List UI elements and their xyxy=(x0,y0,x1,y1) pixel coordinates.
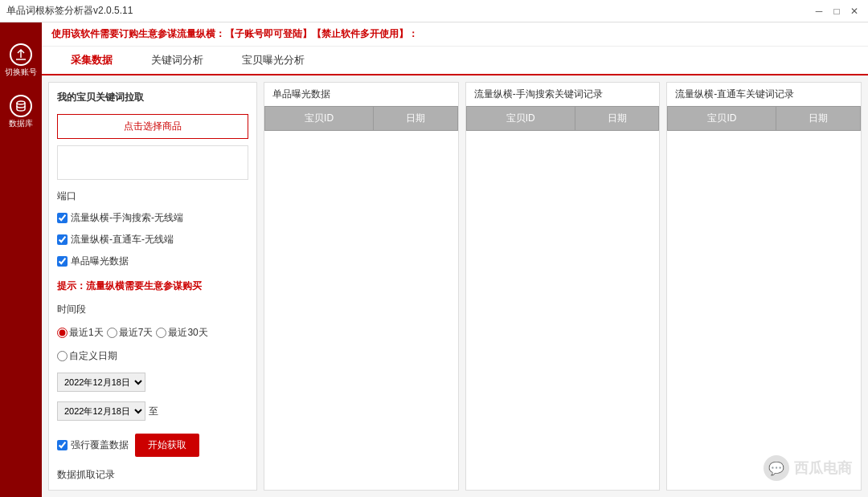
checkbox-exposure-input[interactable] xyxy=(57,256,68,267)
close-button[interactable]: ✕ xyxy=(847,4,862,18)
app-container: 切换账号 数据库 使用该软件需要订购生意参谋流量纵横：【子账号即可登陆】【禁止软… xyxy=(0,22,868,497)
switch-account-label: 切换账号 xyxy=(5,67,37,77)
panel-exposure: 单品曝光数据 宝贝ID 日期 xyxy=(264,82,459,491)
radio-group-custom: 自定义日期 xyxy=(57,349,248,363)
panel-mobile-search-title: 流量纵横-手淘搜索关键词记录 xyxy=(466,83,660,106)
checkbox-direct-car: 流量纵横-直通车-无线端 xyxy=(57,233,248,246)
time-label: 时间段 xyxy=(57,303,248,316)
titlebar: 单品词根标签分析器v2.0.5.11 ─ □ ✕ xyxy=(0,0,868,22)
exposure-table: 宝贝ID 日期 xyxy=(264,106,458,131)
checkbox-direct-car-label: 流量纵横-直通车-无线端 xyxy=(71,233,174,246)
radio-30day: 最近30天 xyxy=(156,326,207,340)
tab-collect-label: 采集数据 xyxy=(71,54,113,66)
mobile-col-date: 日期 xyxy=(575,107,659,131)
direct-col-id: 宝贝ID xyxy=(668,107,776,131)
database-icon xyxy=(10,95,32,117)
mobile-col-id: 宝贝ID xyxy=(466,107,575,131)
radio-30day-input[interactable] xyxy=(156,328,166,338)
switch-account-button[interactable]: 切换账号 xyxy=(2,39,40,82)
checkbox-direct-car-input[interactable] xyxy=(57,234,68,245)
force-cover-container: 强行覆盖数据 xyxy=(57,438,129,452)
tab-exposure-label: 宝贝曝光分析 xyxy=(242,54,305,66)
direct-col-date: 日期 xyxy=(776,107,861,131)
fetch-button[interactable]: 开始获取 xyxy=(135,434,199,457)
radio-1day-label: 最近1天 xyxy=(69,326,104,340)
watermark-text: 西瓜电商 xyxy=(794,458,852,478)
bottom-actions: 强行覆盖数据 开始获取 xyxy=(57,434,248,457)
radio-7day: 最近7天 xyxy=(107,326,154,340)
date-to-row: 2022年12月18日 至 xyxy=(57,401,248,421)
exposure-col-id: 宝贝ID xyxy=(265,107,374,131)
date-from-select[interactable]: 2022年12月18日 xyxy=(57,373,145,392)
force-cover-label: 强行覆盖数据 xyxy=(71,438,129,452)
direct-train-table: 宝贝ID 日期 xyxy=(667,106,861,131)
tab-collect[interactable]: 采集数据 xyxy=(51,47,132,74)
app-title: 单品词根标签分析器v2.0.5.11 xyxy=(6,4,133,18)
checkbox-exposure-label: 单品曝光数据 xyxy=(71,255,129,268)
database-label: 数据库 xyxy=(9,119,33,128)
date-from-row: 2022年12月18日 xyxy=(57,373,248,392)
database-button[interactable]: 数据库 xyxy=(6,90,36,133)
window-controls: ─ □ ✕ xyxy=(812,4,862,18)
date-to-label: 至 xyxy=(149,405,158,418)
main-panels: 我的宝贝关键词拉取 点击选择商品 端口 流量纵横-手淘搜索-无线端 流量纵横-直… xyxy=(42,75,868,497)
minimize-button[interactable]: ─ xyxy=(812,4,826,18)
left-panel: 我的宝贝关键词拉取 点击选择商品 端口 流量纵横-手淘搜索-无线端 流量纵横-直… xyxy=(48,82,257,491)
checkbox-exposure: 单品曝光数据 xyxy=(57,255,248,268)
switch-account-icon xyxy=(10,43,32,66)
exposure-col-date: 日期 xyxy=(374,107,458,131)
prompt-text: 提示：流量纵横需要生意参谋购买 xyxy=(57,279,248,293)
keyword-list-area[interactable] xyxy=(57,145,248,180)
mobile-search-table: 宝贝ID 日期 xyxy=(466,106,660,131)
panel-exposure-title: 单品曝光数据 xyxy=(264,83,458,106)
radio-1day: 最近1天 xyxy=(57,326,104,340)
date-to-select[interactable]: 2022年12月18日 xyxy=(57,401,145,421)
watermark: 💬 西瓜电商 xyxy=(764,455,852,481)
panel-direct-train-title: 流量纵横-直通车关键词记录 xyxy=(667,83,861,106)
watermark-icon: 💬 xyxy=(764,455,789,481)
checkbox-mobile-search: 流量纵横-手淘搜索-无线端 xyxy=(57,211,248,225)
tab-keyword-label: 关键词分析 xyxy=(151,54,203,66)
select-product-button[interactable]: 点击选择商品 xyxy=(57,114,248,139)
force-cover-checkbox[interactable] xyxy=(57,440,68,450)
radio-30day-label: 最近30天 xyxy=(168,326,207,340)
radio-custom: 自定义日期 xyxy=(57,349,117,363)
radio-7day-input[interactable] xyxy=(107,328,117,338)
log-label: 数据抓取记录 xyxy=(57,468,248,482)
svg-point-0 xyxy=(17,101,25,104)
tab-exposure[interactable]: 宝贝曝光分析 xyxy=(223,47,324,74)
notice-text: 使用该软件需要订购生意参谋流量纵横：【子账号即可登陆】【禁止软件多开使用】： xyxy=(51,28,418,39)
sidebar: 切换账号 数据库 xyxy=(0,22,42,497)
tab-keyword[interactable]: 关键词分析 xyxy=(132,47,223,74)
checkbox-mobile-search-label: 流量纵横-手淘搜索-无线端 xyxy=(71,211,183,225)
content-area: 使用该软件需要订购生意参谋流量纵横：【子账号即可登陆】【禁止软件多开使用】： 采… xyxy=(42,22,868,497)
radio-7day-label: 最近7天 xyxy=(119,326,154,340)
radio-custom-input[interactable] xyxy=(57,351,68,361)
panel-mobile-search: 流量纵横-手淘搜索关键词记录 宝贝ID 日期 xyxy=(465,82,661,491)
radio-1day-input[interactable] xyxy=(57,328,68,338)
endpoint-label: 端口 xyxy=(57,189,248,203)
maximize-button[interactable]: □ xyxy=(829,4,844,18)
keyword-section-title: 我的宝贝关键词拉取 xyxy=(57,91,248,104)
tab-bar: 采集数据 关键词分析 宝贝曝光分析 xyxy=(42,47,868,75)
radio-group: 最近1天 最近7天 最近30天 xyxy=(57,326,248,340)
panel-direct-train: 流量纵横-直通车关键词记录 宝贝ID 日期 xyxy=(666,82,862,491)
radio-custom-label: 自定义日期 xyxy=(69,349,117,363)
checkbox-mobile-search-input[interactable] xyxy=(57,213,68,223)
notice-bar: 使用该软件需要订购生意参谋流量纵横：【子账号即可登陆】【禁止软件多开使用】： xyxy=(42,22,868,47)
right-panels: 单品曝光数据 宝贝ID 日期 流量纵横-手淘搜索关键 xyxy=(264,82,862,491)
